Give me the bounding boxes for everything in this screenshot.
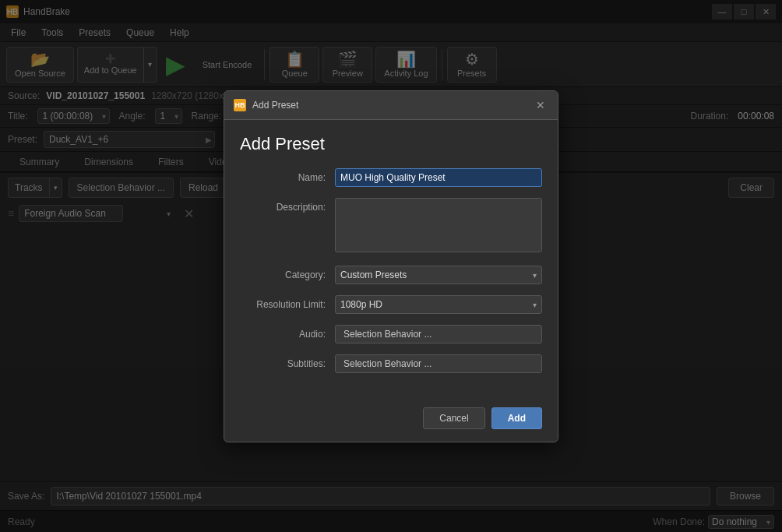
audio-selection-behavior-button[interactable]: Selection Behavior ...: [335, 325, 542, 344]
category-control: Custom Presets General Web Devices Matro…: [335, 266, 542, 284]
modal-titlebar-text: Add Preset: [252, 100, 533, 111]
category-select-wrapper: Custom Presets General Web Devices Matro…: [335, 266, 542, 284]
add-button[interactable]: Add: [491, 407, 542, 429]
modal-footer: Cancel Add: [224, 398, 558, 442]
modal-titlebar: HB Add Preset ✕: [224, 91, 558, 120]
modal-close-button[interactable]: ✕: [533, 97, 548, 113]
subtitles-control: Selection Behavior ...: [335, 354, 542, 373]
category-label: Category:: [240, 266, 326, 280]
name-label: Name:: [240, 168, 326, 183]
cancel-button[interactable]: Cancel: [423, 407, 484, 429]
resolution-label: Resolution Limit:: [240, 295, 326, 310]
add-preset-modal: HB Add Preset ✕ Add Preset Name: Descrip…: [224, 90, 558, 442]
form-row-name: Name:: [240, 168, 542, 187]
description-control: [335, 198, 542, 255]
resolution-select-wrapper: No Limit 480p SD 576p SD 720p HD 1080p H…: [335, 295, 542, 314]
resolution-select[interactable]: No Limit 480p SD 576p SD 720p HD 1080p H…: [335, 295, 542, 314]
subtitles-label: Subtitles:: [240, 354, 326, 369]
subtitles-selection-behavior-button[interactable]: Selection Behavior ...: [335, 354, 542, 373]
form-row-audio: Audio: Selection Behavior ...: [240, 325, 542, 344]
name-input[interactable]: [335, 168, 542, 187]
form-row-subtitles: Subtitles: Selection Behavior ...: [240, 354, 542, 373]
form-row-description: Description:: [240, 198, 542, 255]
audio-control: Selection Behavior ...: [335, 325, 542, 344]
modal-overlay: HB Add Preset ✕ Add Preset Name: Descrip…: [0, 0, 782, 532]
modal-title: Add Preset: [240, 134, 542, 154]
form-row-resolution: Resolution Limit: No Limit 480p SD 576p …: [240, 295, 542, 314]
modal-body: Add Preset Name: Description: Category:: [224, 120, 558, 398]
audio-label: Audio:: [240, 325, 326, 340]
description-label: Description:: [240, 198, 326, 213]
modal-icon: HB: [234, 99, 246, 111]
resolution-control: No Limit 480p SD 576p SD 720p HD 1080p H…: [335, 295, 542, 314]
category-select[interactable]: Custom Presets General Web Devices Matro…: [335, 266, 542, 284]
form-row-category: Category: Custom Presets General Web Dev…: [240, 266, 542, 284]
description-textarea[interactable]: [335, 198, 542, 252]
name-control: [335, 168, 542, 187]
